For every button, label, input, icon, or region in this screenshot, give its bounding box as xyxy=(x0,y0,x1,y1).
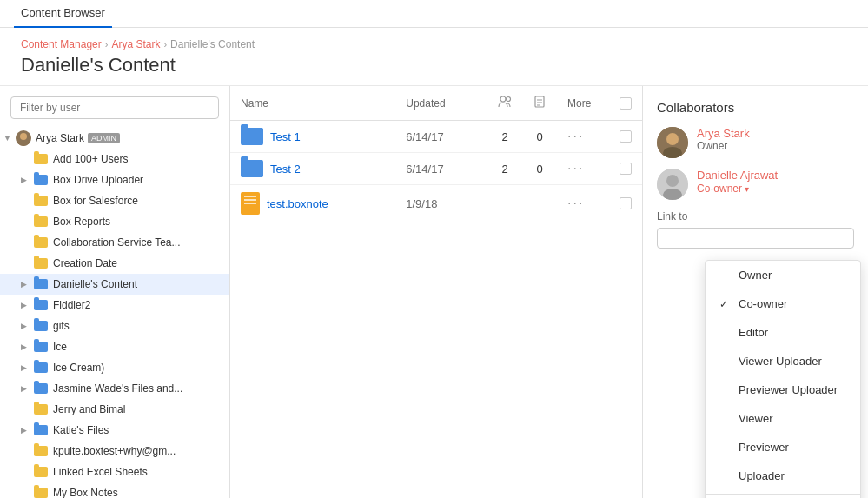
main-content: ▼ Arya Stark ADMIN Add 100+ Users ▶ Box … xyxy=(0,86,868,498)
item-label: Add 100+ Users xyxy=(53,153,128,165)
sidebar-item[interactable]: Linked Excel Sheets xyxy=(0,461,229,482)
coowner-dropdown-btn[interactable]: Co-owner ▾ xyxy=(697,183,749,195)
file-more-dots[interactable]: ··· xyxy=(557,153,609,185)
item-label: Box Reports xyxy=(53,216,110,228)
sidebar-item[interactable]: ▶ Fiddler2 xyxy=(0,295,229,315)
svg-point-6 xyxy=(666,133,679,145)
folder-icon xyxy=(33,464,49,480)
page-title: Danielle's Content xyxy=(21,54,847,76)
folder-icon xyxy=(33,402,49,417)
dropdown-item-coowner[interactable]: ✓ Co-owner xyxy=(706,289,860,318)
dropdown-label: Uploader xyxy=(739,469,785,482)
col-count[interactable] xyxy=(522,86,557,121)
dropdown-label: Viewer xyxy=(739,412,773,425)
folder-icon xyxy=(33,297,49,313)
collab-avatar-danielle xyxy=(657,169,688,200)
item-label: Collaboration Service Tea... xyxy=(53,236,181,249)
sidebar-item-danielles-content[interactable]: ▶ Danielle's Content xyxy=(0,274,229,295)
table-row: Test 1 6/14/17 2 0 ··· xyxy=(230,121,642,153)
select-all-checkbox[interactable] xyxy=(620,97,632,110)
folder-icon xyxy=(33,422,49,438)
role-dropdown-menu: Owner ✓ Co-owner Editor Viewer Uploader … xyxy=(705,260,861,498)
dropdown-divider xyxy=(706,494,860,495)
dropdown-item-owner[interactable]: Owner xyxy=(706,261,860,289)
dropdown-item-previewer-uploader[interactable]: Previewer Uploader xyxy=(706,375,860,404)
dropdown-item-viewer[interactable]: Viewer xyxy=(706,404,860,433)
sidebar-item[interactable]: ▶ gifs xyxy=(0,315,229,336)
file-users: 2 xyxy=(487,153,522,185)
file-name-cell: test.boxnote xyxy=(230,185,395,222)
item-label: kpulte.boxtest+why@gm... xyxy=(53,445,176,457)
collab-info-danielle: Danielle Ajrawat Co-owner ▾ xyxy=(697,169,854,195)
check-icon: ✓ xyxy=(719,298,732,310)
dropdown-item-viewer-uploader[interactable]: Viewer Uploader xyxy=(706,347,860,375)
folder-icon xyxy=(33,172,49,188)
row-checkbox[interactable] xyxy=(620,197,632,209)
col-name[interactable]: Name xyxy=(230,86,395,121)
col-more[interactable]: More xyxy=(557,86,609,121)
sidebar-item[interactable]: Collaboration Service Tea... xyxy=(0,232,229,253)
col-updated[interactable]: Updated xyxy=(395,86,487,121)
item-label: Creation Date xyxy=(53,257,117,269)
file-more-dots[interactable]: ··· xyxy=(557,185,609,222)
file-updated: 1/9/18 xyxy=(395,185,487,222)
dropdown-item-editor[interactable]: Editor xyxy=(706,318,860,347)
sidebar-item[interactable]: Box Reports xyxy=(0,211,229,232)
sidebar-item[interactable]: Add 100+ Users xyxy=(0,149,229,169)
arrow: ▶ xyxy=(21,426,33,435)
item-label: Jasmine Wade's Files and... xyxy=(53,382,182,395)
note-icon xyxy=(241,192,260,215)
file-link[interactable]: Test 2 xyxy=(270,163,301,176)
folder-icon xyxy=(33,151,49,167)
collab-item-danielle: Danielle Ajrawat Co-owner ▾ xyxy=(657,169,854,200)
root-user-name: Arya Stark xyxy=(36,132,84,144)
file-link[interactable]: Test 1 xyxy=(270,130,301,143)
sidebar-item[interactable]: Jerry and Bimal xyxy=(0,399,229,420)
item-label: gifs xyxy=(53,320,70,332)
content-browser-tab[interactable]: Content Browser xyxy=(14,0,112,28)
dropdown-item-previewer[interactable]: Previewer xyxy=(706,433,860,461)
collab-role-arya: Owner xyxy=(697,140,854,152)
collab-avatar-arya xyxy=(657,127,688,158)
breadcrumb-arya-stark[interactable]: Arya Stark xyxy=(111,38,160,50)
sidebar-item[interactable]: kpulte.boxtest+why@gm... xyxy=(0,441,229,461)
file-updated: 6/14/17 xyxy=(395,153,487,185)
sidebar-item[interactable]: My Box Notes xyxy=(0,482,229,498)
row-checkbox[interactable] xyxy=(620,130,632,143)
admin-badge: ADMIN xyxy=(88,133,120,143)
sidebar-item[interactable]: ▶ Ice Cream) xyxy=(0,357,229,378)
svg-point-0 xyxy=(20,133,27,140)
file-name-cell: Test 2 xyxy=(230,153,395,185)
row-checkbox[interactable] xyxy=(620,163,632,175)
file-more-dots[interactable]: ··· xyxy=(557,121,609,153)
coowner-label: Co-owner xyxy=(697,183,742,195)
arrow: ▶ xyxy=(21,301,33,309)
dropdown-item-uploader[interactable]: Uploader xyxy=(706,461,860,490)
breadcrumb-sep-1: › xyxy=(105,39,109,50)
link-label: Link to xyxy=(657,210,854,222)
breadcrumb-sep-2: › xyxy=(163,39,167,50)
file-link[interactable]: test.boxnote xyxy=(267,197,328,210)
sidebar-item[interactable]: ▶ Ice xyxy=(0,336,229,357)
arrow: ▶ xyxy=(21,322,33,330)
link-input[interactable] xyxy=(657,228,854,249)
breadcrumb: Content Manager › Arya Stark › Danielle'… xyxy=(21,38,847,50)
item-label: Danielle's Content xyxy=(53,278,137,290)
sidebar-item[interactable]: ▶ Jasmine Wade's Files and... xyxy=(0,378,229,399)
sidebar-item[interactable]: Creation Date xyxy=(0,253,229,274)
sidebar-root-user[interactable]: ▼ Arya Stark ADMIN xyxy=(0,128,229,149)
item-label: Fiddler2 xyxy=(53,299,90,311)
sidebar-item[interactable]: Box for Salesforce xyxy=(0,190,229,211)
dropdown-label: Co-owner xyxy=(739,297,787,310)
breadcrumb-content-manager[interactable]: Content Manager xyxy=(21,38,102,50)
sidebar-item[interactable]: ▶ Katie's Files xyxy=(0,420,229,441)
breadcrumb-current: Danielle's Content xyxy=(170,38,255,50)
folder-icon xyxy=(33,214,49,229)
col-check[interactable] xyxy=(609,86,642,121)
collab-item-arya: Arya Stark Owner xyxy=(657,127,854,158)
sidebar-item[interactable]: ▶ Box Drive Uploader xyxy=(0,169,229,190)
filter-input[interactable] xyxy=(10,96,219,119)
collaborators-panel: Collaborators Arya Stark Owner Danielle … xyxy=(642,86,868,498)
folder-icon xyxy=(241,128,263,145)
col-users[interactable] xyxy=(487,86,522,121)
